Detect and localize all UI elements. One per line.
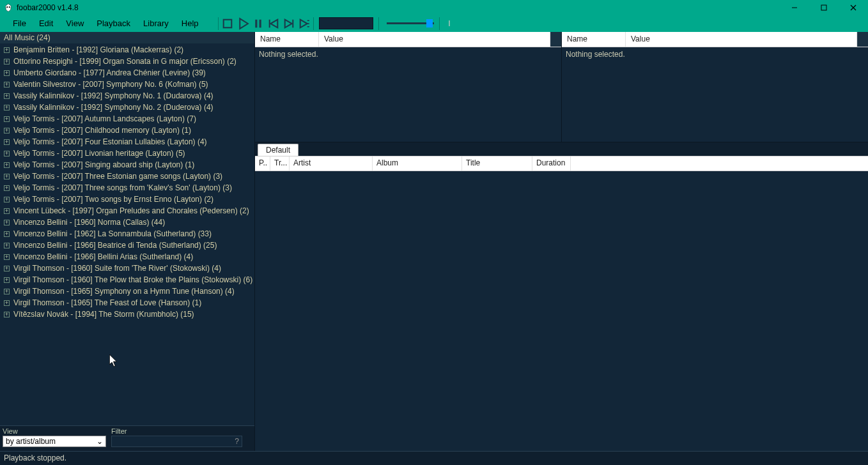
tree-item[interactable]: +Valentin Silvestrov - [2007] Symphony N… (0, 79, 254, 90)
expand-icon[interactable]: + (4, 266, 10, 271)
tree-item[interactable]: +Ottorino Respighi - [1999] Organ Sonata… (0, 56, 254, 67)
tree-item-label: Benjamin Britten - [1992] Gloriana (Mack… (13, 45, 183, 54)
scrollbar[interactable] (550, 32, 561, 47)
playlist-body[interactable] (255, 171, 868, 451)
tree-item[interactable]: +Veljo Tormis - [2007] Childhood memory … (0, 125, 254, 136)
menu-help[interactable]: Help (175, 16, 205, 31)
expand-icon[interactable]: + (4, 254, 10, 260)
tree-item[interactable]: +Vincenzo Bellini - [1962] La Sonnambula… (0, 228, 254, 240)
expand-icon[interactable]: + (4, 116, 10, 122)
tree-item-label: Umberto Giordano - [1977] Andrea Chénier… (13, 68, 206, 77)
library-tree[interactable]: +Benjamin Britten - [1992] Gloriana (Mac… (0, 43, 254, 425)
expand-icon[interactable]: + (4, 174, 10, 179)
window-title: foobar2000 v1.4.8 (17, 3, 780, 12)
filter-hint: ? (235, 437, 239, 446)
volume-slider[interactable] (387, 22, 434, 24)
close-button[interactable] (839, 0, 868, 15)
expand-icon[interactable]: + (4, 289, 10, 294)
tree-item-label: Virgil Thomson - [1965] The Feast of Lov… (13, 298, 201, 307)
tree-item[interactable]: +Umberto Giordano - [1977] Andrea Chénie… (0, 67, 254, 79)
tree-item-label: Veljo Tormis - [2007] Autumn Landscapes … (13, 114, 196, 123)
time-display (319, 17, 373, 29)
tree-item[interactable]: +Veljo Tormis - [2007] Three songs from … (0, 182, 254, 194)
expand-icon[interactable]: + (4, 139, 10, 145)
pl-col-playing[interactable]: P.. (255, 156, 270, 171)
view-select-value: by artist/album (6, 437, 56, 446)
pl-col-track[interactable]: Tr... (270, 156, 290, 171)
tree-item[interactable]: +Vassily Kalinnikov - [1992] Symphony No… (0, 90, 254, 102)
prop-col-value[interactable]: Value (319, 32, 550, 47)
expand-icon[interactable]: + (4, 231, 10, 237)
expand-icon[interactable]: + (4, 208, 10, 214)
tree-item-label: Valentin Silvestrov - [2007] Symphony No… (13, 80, 208, 89)
tree-item[interactable]: +Vincenzo Bellini - [1966] Bellini Arias… (0, 251, 254, 263)
tree-item-label: Virgil Thomson - [1960] The Plow that Br… (13, 275, 252, 284)
menu-playback[interactable]: Playback (90, 16, 137, 31)
tree-item[interactable]: +Vítězslav Novák - [1994] The Storm (Kru… (0, 309, 254, 320)
menu-file[interactable]: File (6, 16, 33, 31)
filter-input[interactable]: ? (111, 436, 242, 447)
tree-item[interactable]: +Vincenzo Bellini - [1966] Beatrice di T… (0, 240, 254, 251)
prop-col-name[interactable]: Name (562, 32, 626, 47)
random-button[interactable] (297, 17, 311, 31)
tree-item[interactable]: +Veljo Tormis - [2007] Autumn Landscapes… (0, 113, 254, 125)
statusbar: Playback stopped. (0, 451, 868, 465)
tree-item[interactable]: +Veljo Tormis - [2007] Two songs by Erns… (0, 194, 254, 205)
view-label: View (3, 427, 106, 435)
prop-col-value[interactable]: Value (626, 32, 857, 47)
tree-item[interactable]: +Vincent Lübeck - [1997] Organ Preludes … (0, 205, 254, 217)
expand-icon[interactable]: + (4, 220, 10, 225)
view-select[interactable]: by artist/album ⌄ (3, 436, 106, 447)
tree-item-label: Vincenzo Bellini - [1962] La Sonnambula … (13, 229, 212, 238)
tree-item[interactable]: +Vassily Kalinnikov - [1992] Symphony No… (0, 102, 254, 113)
pl-col-title[interactable]: Title (462, 156, 532, 171)
minimize-button[interactable] (780, 0, 809, 15)
tree-item[interactable]: +Veljo Tormis - [2007] Four Estonian Lul… (0, 136, 254, 148)
expand-icon[interactable]: + (4, 277, 10, 283)
scrollbar[interactable] (857, 32, 868, 47)
prev-button[interactable] (267, 17, 281, 31)
maximize-button[interactable] (809, 0, 839, 15)
tree-item[interactable]: +Virgil Thomson - [1960] The Plow that B… (0, 274, 254, 286)
pl-col-album[interactable]: Album (373, 156, 462, 171)
expand-icon[interactable]: + (4, 128, 10, 133)
tree-item[interactable]: +Virgil Thomson - [1960] Suite from 'The… (0, 263, 254, 274)
tree-item[interactable]: +Virgil Thomson - [1965] The Feast of Lo… (0, 297, 254, 309)
menu-edit[interactable]: Edit (33, 16, 59, 31)
seek-bar[interactable] (449, 20, 450, 26)
tree-item-label: Veljo Tormis - [2007] Two songs by Ernst… (13, 195, 213, 204)
expand-icon[interactable]: + (4, 93, 10, 99)
expand-icon[interactable]: + (4, 105, 10, 111)
tree-item-label: Veljo Tormis - [2007] Livonian heritage … (13, 149, 185, 158)
expand-icon[interactable]: + (4, 300, 10, 306)
expand-icon[interactable]: + (4, 197, 10, 202)
playlist-header: P.. Tr... Artist Album Title Duration (255, 156, 868, 171)
tree-item[interactable]: +Veljo Tormis - [2007] Three Estonian ga… (0, 171, 254, 182)
tree-item[interactable]: +Veljo Tormis - [2007] Livonian heritage… (0, 148, 254, 159)
tree-item[interactable]: +Veljo Tormis - [2007] Singing aboard sh… (0, 159, 254, 171)
playlist-tab-default[interactable]: Default (258, 144, 298, 156)
next-button[interactable] (282, 17, 296, 31)
expand-icon[interactable]: + (4, 151, 10, 156)
tree-item[interactable]: +Virgil Thomson - [1965] Symphony on a H… (0, 286, 254, 297)
expand-icon[interactable]: + (4, 243, 10, 248)
pl-col-duration[interactable]: Duration (532, 156, 571, 171)
expand-icon[interactable]: + (4, 47, 10, 53)
play-button[interactable] (236, 17, 250, 31)
expand-icon[interactable]: + (4, 82, 10, 88)
library-header[interactable]: All Music (24) (0, 32, 254, 43)
pause-button[interactable] (251, 17, 265, 31)
volume-thumb[interactable] (426, 19, 433, 27)
expand-icon[interactable]: + (4, 59, 10, 65)
menu-view[interactable]: View (59, 16, 90, 31)
pl-col-artist[interactable]: Artist (290, 156, 373, 171)
expand-icon[interactable]: + (4, 162, 10, 168)
tree-item[interactable]: +Benjamin Britten - [1992] Gloriana (Mac… (0, 44, 254, 56)
prop-col-name[interactable]: Name (255, 32, 319, 47)
stop-button[interactable] (221, 17, 235, 31)
expand-icon[interactable]: + (4, 312, 10, 317)
menu-library[interactable]: Library (137, 16, 175, 31)
tree-item[interactable]: +Vincenzo Bellini - [1960] Norma (Callas… (0, 217, 254, 228)
expand-icon[interactable]: + (4, 185, 10, 191)
expand-icon[interactable]: + (4, 70, 10, 76)
